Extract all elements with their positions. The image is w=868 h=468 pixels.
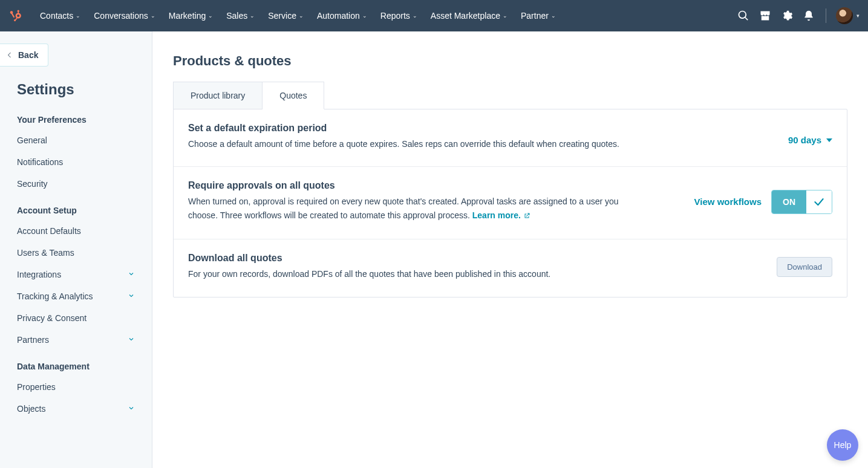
chevron-down-icon: ⌄	[362, 13, 367, 19]
check-icon	[806, 190, 832, 213]
tab-product-library[interactable]: Product library	[173, 82, 263, 109]
download-button[interactable]: Download	[777, 257, 832, 277]
chevron-down-icon: ⌄	[299, 13, 304, 19]
nav-item-sales[interactable]: Sales⌄	[220, 6, 261, 25]
marketplace-icon[interactable]	[757, 7, 774, 24]
page-title: Products & quotes	[173, 53, 847, 69]
nav-item-label: Marketing	[169, 11, 206, 21]
nav-item-label: Contacts	[40, 11, 73, 21]
expiration-dropdown[interactable]: 90 days	[788, 135, 832, 145]
sidebar-item-integrations[interactable]: Integrations	[0, 264, 152, 285]
external-link-icon	[523, 210, 530, 223]
svg-rect-2	[11, 13, 15, 18]
nav-item-label: Asset Marketplace	[431, 11, 500, 21]
account-menu[interactable]: ▾	[836, 7, 860, 24]
bell-icon[interactable]	[800, 7, 817, 24]
nav-item-label: Sales	[226, 11, 247, 21]
chevron-down-icon	[128, 291, 135, 301]
setting-download-desc: For your own records, download PDFs of a…	[188, 267, 550, 281]
nav-item-label: Conversations	[94, 11, 148, 21]
sidebar-item-security[interactable]: Security	[0, 173, 152, 195]
search-icon[interactable]	[735, 7, 752, 24]
sidebar-item-account-defaults[interactable]: Account Defaults	[0, 220, 152, 242]
sidebar-item-label: Account Defaults	[17, 226, 81, 236]
nav-item-service[interactable]: Service⌄	[262, 6, 310, 25]
sidebar-item-users-teams[interactable]: Users & Teams	[0, 242, 152, 264]
chevron-down-icon	[128, 270, 135, 279]
sidebar-item-label: Users & Teams	[17, 248, 74, 258]
chevron-down-icon: ⌄	[413, 13, 417, 19]
tab-quotes[interactable]: Quotes	[263, 82, 324, 109]
nav-items: Contacts⌄Conversations⌄Marketing⌄Sales⌄S…	[34, 6, 562, 25]
sidebar-item-label: Partners	[17, 335, 49, 345]
svg-point-7	[17, 15, 19, 17]
nav-item-conversations[interactable]: Conversations⌄	[88, 6, 162, 25]
hubspot-logo-icon[interactable]	[8, 8, 23, 23]
sidebar-item-label: Privacy & Consent	[17, 313, 86, 323]
setting-expiration-title: Set a default expiration period	[188, 123, 619, 134]
tabs: Product library Quotes	[173, 81, 847, 109]
nav-item-marketing[interactable]: Marketing⌄	[163, 6, 219, 25]
back-button[interactable]: Back	[0, 44, 48, 67]
nav-item-contacts[interactable]: Contacts⌄	[34, 6, 86, 25]
chevron-down-icon: ▾	[857, 13, 860, 19]
svg-point-6	[14, 19, 16, 21]
sidebar-item-tracking-analytics[interactable]: Tracking & Analytics	[0, 285, 152, 307]
top-nav: Contacts⌄Conversations⌄Marketing⌄Sales⌄S…	[0, 0, 868, 31]
nav-item-label: Partner	[521, 11, 549, 21]
nav-item-partner[interactable]: Partner⌄	[515, 6, 562, 25]
setting-download-title: Download all quotes	[188, 253, 550, 264]
nav-item-label: Automation	[317, 11, 360, 21]
avatar-icon	[836, 7, 853, 24]
setting-expiration: Set a default expiration period Choose a…	[174, 109, 847, 166]
help-button[interactable]: Help	[827, 429, 858, 461]
gear-icon[interactable]	[778, 7, 795, 24]
sidebar-section-account-setup: Account Setup	[0, 195, 152, 220]
sidebar-item-partners[interactable]: Partners	[0, 329, 152, 351]
nav-item-reports[interactable]: Reports⌄	[374, 6, 423, 25]
chevron-down-icon: ⌄	[76, 13, 80, 19]
view-workflows-link[interactable]: View workflows	[694, 197, 762, 207]
sidebar-item-notifications[interactable]: Notifications	[0, 151, 152, 173]
toggle-on-label: ON	[772, 190, 806, 213]
setting-download: Download all quotes For your own records…	[174, 239, 847, 296]
sidebar-section-data-management: Data Management	[0, 351, 152, 376]
expiration-value: 90 days	[788, 135, 821, 145]
nav-item-label: Reports	[380, 11, 410, 21]
sidebar-title: Settings	[0, 67, 152, 104]
caret-down-icon	[826, 138, 832, 142]
sidebar-item-privacy-consent[interactable]: Privacy & Consent	[0, 307, 152, 329]
chevron-down-icon	[128, 404, 135, 414]
sidebar-item-label: General	[17, 135, 47, 145]
chevron-down-icon: ⌄	[250, 13, 255, 19]
back-label: Back	[18, 50, 38, 60]
setting-expiration-desc: Choose a default amount of time before a…	[188, 137, 619, 151]
sidebar-item-label: Tracking & Analytics	[17, 291, 93, 301]
nav-item-asset-marketplace[interactable]: Asset Marketplace⌄	[425, 6, 514, 25]
approvals-toggle[interactable]: ON	[771, 190, 832, 214]
sidebar-item-label: Security	[17, 179, 48, 189]
sidebar-item-label: Integrations	[17, 270, 61, 279]
svg-rect-4	[18, 11, 19, 14]
chevron-down-icon	[128, 335, 135, 345]
chevron-down-icon: ⌄	[208, 13, 213, 19]
setting-approvals-desc: When turned on, approval is required on …	[188, 195, 624, 223]
sidebar-item-label: Properties	[17, 382, 56, 392]
learn-more-link[interactable]: Learn more.	[472, 210, 521, 220]
sidebar-item-label: Notifications	[17, 157, 63, 167]
setting-approvals-title: Require approvals on all quotes	[188, 180, 624, 191]
setting-approvals: Require approvals on all quotes When tur…	[174, 166, 847, 239]
settings-sidebar: Back Settings Your PreferencesGeneralNot…	[0, 31, 152, 468]
sidebar-item-label: Objects	[17, 404, 45, 414]
chevron-down-icon: ⌄	[151, 13, 155, 19]
sidebar-item-properties[interactable]: Properties	[0, 376, 152, 398]
nav-divider	[826, 8, 826, 23]
nav-item-label: Service	[268, 11, 296, 21]
chevron-down-icon: ⌄	[551, 13, 556, 19]
chevron-down-icon: ⌄	[503, 13, 507, 19]
nav-item-automation[interactable]: Automation⌄	[311, 6, 373, 25]
sidebar-item-general[interactable]: General	[0, 129, 152, 151]
main-content: Products & quotes Product library Quotes…	[152, 31, 868, 468]
sidebar-item-objects[interactable]: Objects	[0, 398, 152, 420]
settings-panel: Set a default expiration period Choose a…	[173, 109, 847, 297]
